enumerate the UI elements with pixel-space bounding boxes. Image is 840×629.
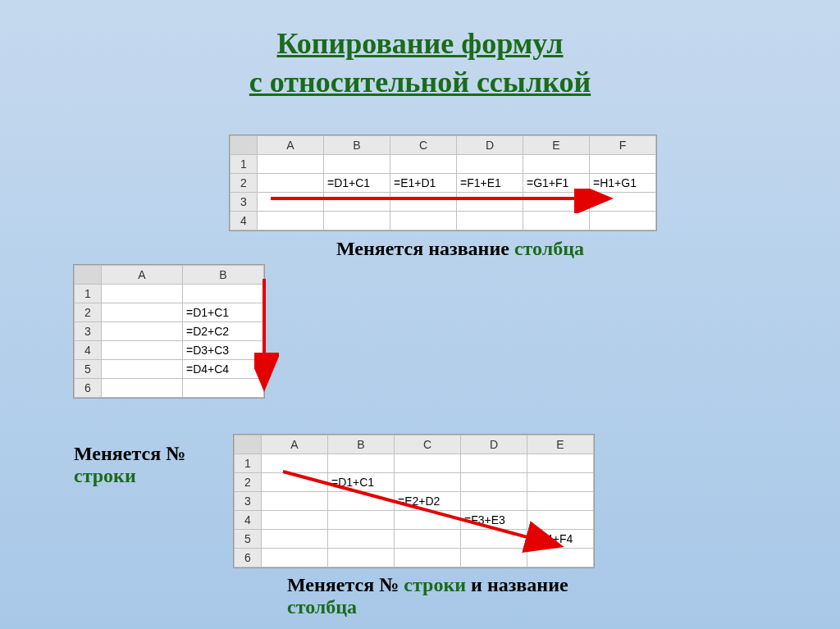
row-header: 2 <box>235 473 262 492</box>
col-header-B: B <box>183 266 264 285</box>
cell: =F1+E1 <box>457 174 523 193</box>
caption-row-change: Меняется № строки <box>74 443 213 487</box>
row-header: 3 <box>75 322 102 341</box>
corner-cell <box>235 435 262 454</box>
col-header-C: C <box>395 435 461 454</box>
cell: =D1+C1 <box>324 174 390 193</box>
row-header: 2 <box>231 174 258 193</box>
cell: =G1+F1 <box>523 174 590 193</box>
cell: =E2+D2 <box>395 492 461 511</box>
caption-text-green: столбца <box>287 596 357 618</box>
row-header: 5 <box>75 360 102 379</box>
col-header-B: B <box>324 136 390 155</box>
caption-text: Меняется № <box>287 574 404 595</box>
col-header-C: C <box>390 136 457 155</box>
corner-cell <box>75 266 102 285</box>
col-header-B: B <box>328 435 395 454</box>
caption-text-green: строки <box>74 465 136 486</box>
row-header: 6 <box>75 379 102 398</box>
cell <box>258 174 324 193</box>
row-header: 1 <box>235 454 262 473</box>
cell: =F3+E3 <box>461 511 527 530</box>
row-header: 3 <box>231 193 258 212</box>
spreadsheet-diagonal: A B C D E 1 2=D1+C1 3=E2+D2 4=F3+E3 5=G4… <box>234 435 594 567</box>
title-line1: Копирование формул <box>276 27 563 60</box>
caption-column-change: Меняется название столбца <box>336 238 584 260</box>
caption-text-green: строки <box>404 574 466 595</box>
col-header-A: A <box>258 136 324 155</box>
col-header-A: A <box>262 435 328 454</box>
cell: =E1+D1 <box>390 174 457 193</box>
caption-text: и название <box>466 574 568 595</box>
cell: =H1+G1 <box>590 174 656 193</box>
spreadsheet-horizontal: A B C D E F 1 2 =D1+C1 =E1+D1 =F1+E1 =G1… <box>230 135 656 230</box>
caption-text-green: столбца <box>514 238 584 259</box>
col-header-E: E <box>523 136 590 155</box>
row-header: 4 <box>235 511 262 530</box>
cell: =D2+C2 <box>183 322 264 341</box>
row-header: 1 <box>75 285 102 303</box>
row-header: 3 <box>235 492 262 511</box>
caption-text: Меняется название <box>336 238 514 259</box>
cell: =D1+C1 <box>183 303 264 322</box>
cell: =D3+C3 <box>183 341 264 360</box>
col-header-D: D <box>457 136 523 155</box>
row-header: 2 <box>75 303 102 322</box>
page-title: Копирование формул с относительной ссылк… <box>0 0 840 102</box>
title-line2: с относительной ссылкой <box>249 66 591 98</box>
col-header-A: A <box>102 266 183 285</box>
spreadsheet-vertical: A B 1 2=D1+C1 3=D2+C2 4=D3+C3 5=D4+C4 6 <box>74 265 264 398</box>
row-header: 4 <box>231 212 258 230</box>
caption-text: Меняется № <box>74 443 185 464</box>
row-header: 5 <box>235 530 262 549</box>
cell: =G4+F4 <box>527 530 594 549</box>
col-header-F: F <box>590 136 656 155</box>
caption-row-col-change: Меняется № строки и название столбца <box>287 574 568 618</box>
row-header: 1 <box>231 155 258 174</box>
row-header: 6 <box>235 549 262 567</box>
row-header: 4 <box>75 341 102 360</box>
cell: =D1+C1 <box>328 473 395 492</box>
cell: =D4+C4 <box>183 360 264 379</box>
col-header-D: D <box>461 435 527 454</box>
col-header-E: E <box>527 435 594 454</box>
corner-cell <box>231 136 258 155</box>
